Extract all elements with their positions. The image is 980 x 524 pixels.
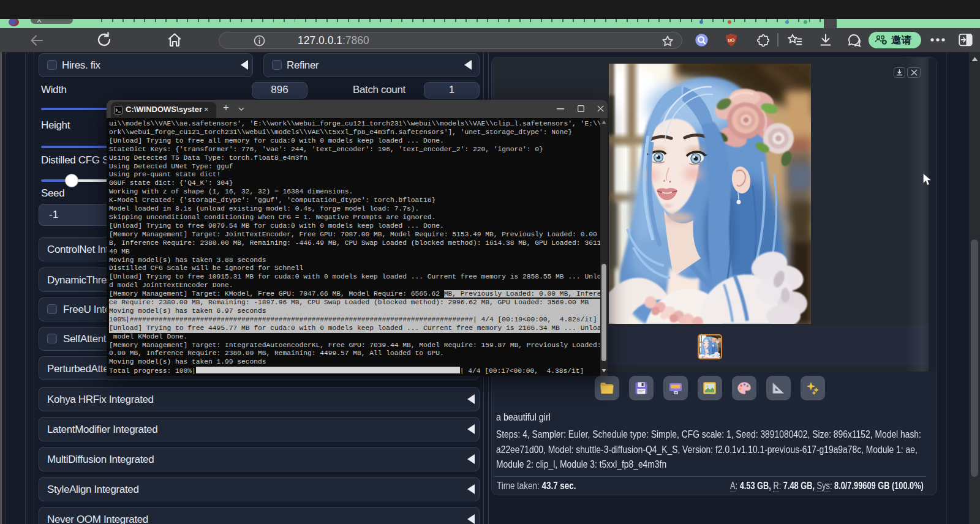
svg-text:uO: uO: [728, 37, 734, 43]
